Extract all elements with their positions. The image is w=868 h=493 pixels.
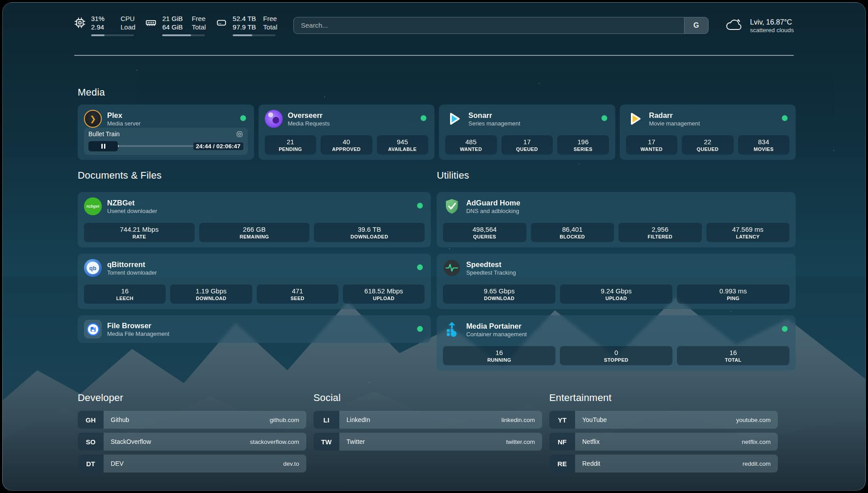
- portainer-title: Media Portainer: [466, 322, 527, 331]
- stat-running: 16RUNNING: [443, 346, 555, 365]
- link-reddit[interactable]: RE Reddit reddit.com: [549, 455, 778, 472]
- filebrowser-card[interactable]: File Browser Media File Management: [78, 315, 431, 343]
- link-dev[interactable]: DT DEV dev.to: [78, 455, 306, 472]
- stat-blocked: 86,401BLOCKED: [531, 223, 614, 242]
- plex-card[interactable]: ❯ Plex Media server Bullet Train: [78, 104, 254, 160]
- stat-queued: 17QUEUED: [501, 135, 553, 155]
- qbittorrent-title: qBittorrent: [107, 260, 157, 269]
- adguard-title: AdGuard Home: [466, 198, 520, 208]
- sonarr-icon: [445, 110, 463, 128]
- pause-button[interactable]: [88, 141, 118, 151]
- memory-total-label: Total: [192, 23, 206, 31]
- stat-queries: 498,564QUERIES: [443, 223, 526, 242]
- link-netflix[interactable]: NF Netflix netflix.com: [549, 433, 778, 451]
- stackoverflow-name: StackOverflow: [104, 433, 151, 451]
- documents-section-title: Documents & Files: [78, 170, 431, 181]
- reddit-abbr: RE: [549, 455, 575, 472]
- entertainment-section: Entertainment YT YouTube youtube.com NF …: [549, 392, 778, 476]
- search-bar: G: [293, 17, 709, 34]
- stat-leech: 16LEECH: [84, 284, 166, 304]
- dev-abbr: DT: [78, 455, 104, 472]
- netflix-name: Netflix: [575, 433, 600, 451]
- overseerr-card[interactable]: Overseerr Media Requests 21PENDING 40APP…: [259, 104, 435, 160]
- nzbget-subtitle: Usenet downloader: [107, 208, 157, 214]
- radarr-status-dot: [782, 115, 788, 121]
- disk-total: 97.9 TB: [233, 23, 256, 31]
- plex-title: Plex: [107, 111, 141, 120]
- dev-url: dev.to: [283, 455, 306, 472]
- social-section-title: Social: [313, 392, 542, 404]
- disk-progress-bar: [233, 34, 275, 36]
- stat-filtered: 2,956FILTERED: [618, 223, 701, 242]
- settings-icon[interactable]: [236, 130, 243, 138]
- cpu-stat: 31% 2.94 CPU Load: [74, 14, 135, 36]
- stat-wanted: 485WANTED: [445, 135, 497, 155]
- top-bar: 31% 2.94 CPU Load: [74, 14, 794, 36]
- weather-widget[interactable]: Lviv, 16.87°C scattered clouds: [725, 17, 794, 34]
- linkedin-abbr: LI: [313, 411, 339, 429]
- search-engine-button[interactable]: G: [684, 17, 708, 33]
- stat-download: 9.65 GbpsDOWNLOAD: [443, 284, 555, 304]
- nzbget-card[interactable]: nzbget NZBGet Usenet downloader 744.21 M…: [78, 192, 431, 247]
- github-abbr: GH: [78, 411, 104, 429]
- link-github[interactable]: GH Github github.com: [78, 411, 306, 429]
- nzbget-title: NZBGet: [107, 198, 157, 208]
- nzbget-icon: nzbget: [84, 197, 102, 215]
- twitter-name: Twitter: [339, 433, 365, 451]
- memory-progress-bar: [162, 34, 205, 36]
- link-youtube[interactable]: YT YouTube youtube.com: [549, 411, 778, 429]
- disk-stat: 52.4 TB 97.9 TB Free Total: [216, 14, 277, 36]
- filebrowser-title: File Browser: [107, 321, 169, 330]
- memory-stat: 21 GiB 64 GiB Free Total: [145, 14, 206, 36]
- memory-free-label: Free: [192, 14, 206, 23]
- twitter-abbr: TW: [313, 433, 339, 451]
- filebrowser-subtitle: Media File Management: [107, 330, 169, 337]
- youtube-abbr: YT: [549, 411, 575, 429]
- cpu-icon: [74, 17, 86, 29]
- plex-subtitle: Media server: [107, 120, 141, 127]
- linkedin-url: linkedin.com: [501, 411, 542, 429]
- filebrowser-icon: [84, 320, 102, 338]
- dev-name: DEV: [104, 455, 124, 472]
- overseerr-title: Overseerr: [288, 111, 330, 120]
- header-divider: [74, 55, 794, 56]
- cpu-load-label: Load: [121, 23, 135, 31]
- utilities-section: Utilities AdGuard Home DNS and adblockin…: [437, 170, 796, 377]
- weather-condition: scattered clouds: [750, 27, 794, 33]
- portainer-card[interactable]: Media Portainer Container management 16R…: [437, 315, 796, 371]
- qbittorrent-card[interactable]: qb qBittorrent Torrent downloader 16LEEC…: [78, 254, 431, 309]
- link-stackoverflow[interactable]: SO StackOverflow stackoverflow.com: [78, 433, 306, 451]
- stat-movies: 834MOVIES: [738, 135, 790, 155]
- radarr-subtitle: Movie management: [649, 120, 700, 127]
- plex-now-playing-panel: Bullet Train 24:44 / 02:06:47: [84, 128, 248, 155]
- twitter-url: twitter.com: [506, 433, 542, 451]
- developer-section: Developer GH Github github.com SO StackO…: [78, 392, 306, 476]
- youtube-name: YouTube: [575, 411, 607, 429]
- plex-status-dot: [240, 115, 246, 121]
- stackoverflow-url: stackoverflow.com: [250, 433, 306, 451]
- stat-approved: 40APPROVED: [321, 135, 372, 155]
- media-section-title: Media: [78, 87, 796, 98]
- search-input[interactable]: [294, 17, 684, 33]
- cloud-icon: [725, 17, 744, 34]
- disk-free-label: Free: [263, 14, 277, 23]
- adguard-card[interactable]: AdGuard Home DNS and adblocking 498,564Q…: [437, 192, 796, 247]
- speedtest-card[interactable]: Speedtest Speedtest Tracking 9.65 GbpsDO…: [437, 254, 796, 309]
- stat-pending: 21PENDING: [265, 135, 317, 155]
- stat-seed: 471SEED: [257, 284, 338, 304]
- link-twitter[interactable]: TW Twitter twitter.com: [313, 433, 542, 451]
- stat-stopped: 0STOPPED: [560, 346, 672, 365]
- radarr-card[interactable]: Radarr Movie management 17WANTED 22QUEUE…: [620, 104, 796, 160]
- overseerr-status-dot: [421, 115, 426, 121]
- link-linkedin[interactable]: LI LinkedIn linkedin.com: [313, 411, 542, 429]
- sonarr-subtitle: Series management: [468, 120, 520, 127]
- dashboard-window: 31% 2.94 CPU Load: [2, 2, 866, 491]
- sonarr-card[interactable]: Sonarr Series management 485WANTED 17QUE…: [439, 104, 615, 160]
- portainer-subtitle: Container management: [466, 331, 527, 338]
- disk-icon: [216, 17, 227, 29]
- qbittorrent-icon: qb: [84, 259, 102, 277]
- disk-total-label: Total: [263, 23, 277, 31]
- entertainment-section-title: Entertainment: [549, 392, 778, 404]
- stat-ping: 0.993 msPING: [677, 284, 789, 304]
- stat-downloaded: 39.6 TBDOWNLOADED: [314, 223, 425, 242]
